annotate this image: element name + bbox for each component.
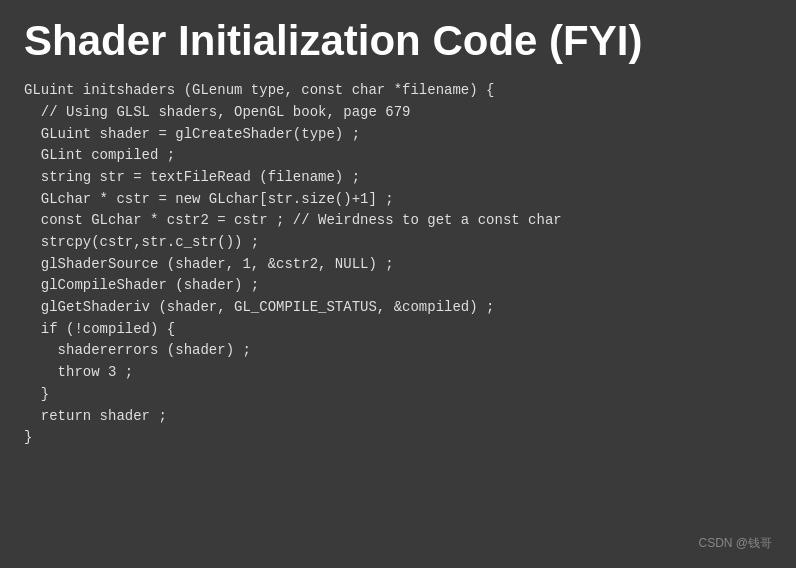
code-line: strcpy(cstr,str.c_str()) ; bbox=[24, 232, 772, 254]
code-line: glShaderSource (shader, 1, &cstr2, NULL)… bbox=[24, 254, 772, 276]
code-line: // Using GLSL shaders, OpenGL book, page… bbox=[24, 102, 772, 124]
code-line: shadererrors (shader) ; bbox=[24, 340, 772, 362]
code-line: GLchar * cstr = new GLchar[str.size()+1]… bbox=[24, 189, 772, 211]
code-line: } bbox=[24, 384, 772, 406]
code-line: string str = textFileRead (filename) ; bbox=[24, 167, 772, 189]
code-line: glCompileShader (shader) ; bbox=[24, 275, 772, 297]
code-line: if (!compiled) { bbox=[24, 319, 772, 341]
code-line: GLuint shader = glCreateShader(type) ; bbox=[24, 124, 772, 146]
code-line: } bbox=[24, 427, 772, 449]
code-line: const GLchar * cstr2 = cstr ; // Weirdne… bbox=[24, 210, 772, 232]
page-title: Shader Initialization Code (FYI) bbox=[24, 18, 772, 64]
code-line: GLuint initshaders (GLenum type, const c… bbox=[24, 80, 772, 102]
app-container: Shader Initialization Code (FYI) GLuint … bbox=[0, 0, 796, 568]
code-line: GLint compiled ; bbox=[24, 145, 772, 167]
code-line: throw 3 ; bbox=[24, 362, 772, 384]
code-line: glGetShaderiv (shader, GL_COMPILE_STATUS… bbox=[24, 297, 772, 319]
watermark: CSDN @钱哥 bbox=[24, 535, 772, 552]
code-line: return shader ; bbox=[24, 406, 772, 428]
code-block: GLuint initshaders (GLenum type, const c… bbox=[24, 80, 772, 529]
